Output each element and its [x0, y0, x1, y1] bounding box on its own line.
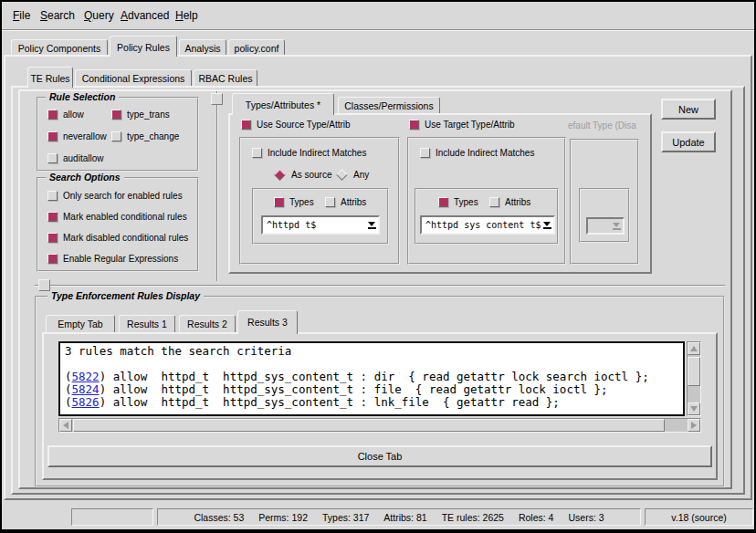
new-button[interactable]: New: [661, 99, 716, 120]
checkbox-target-attribs[interactable]: Attribs: [489, 197, 530, 207]
rule-id-wrap: 5826: [65, 395, 106, 409]
checkbox-only-enabled-rules[interactable]: Only search for enabled rules: [47, 191, 183, 201]
checkbox-indicator: [47, 212, 58, 222]
checkbox-use-target-type[interactable]: Use Target Type/Attrib: [409, 120, 515, 130]
tab-types-attributes[interactable]: Types/Attributes *: [232, 93, 334, 115]
scroll-left-icon[interactable]: [59, 419, 72, 432]
source-types-attribs-frame: Types Attribs ^httpd_t$: [252, 188, 389, 245]
menu-advanced[interactable]: Advanced: [121, 9, 169, 22]
checkbox-source-types[interactable]: Types: [274, 197, 314, 207]
checkbox-label: type_change: [127, 131, 179, 141]
tab-policy-rules[interactable]: Policy Rules: [110, 36, 177, 57]
scrollbar-thumb[interactable]: [73, 419, 665, 432]
chevron-down-icon[interactable]: [365, 222, 378, 229]
vertical-sash-handle[interactable]: [211, 93, 223, 105]
menu-search[interactable]: Search: [40, 9, 75, 22]
checkbox-indicator: [241, 120, 251, 130]
checkbox-allow[interactable]: allow: [47, 110, 84, 120]
horizontal-sash[interactable]: [35, 285, 725, 287]
checkbox-indicator: [47, 233, 58, 243]
checkbox-indicator: [274, 197, 284, 207]
default-type-frame: [570, 139, 639, 265]
checkbox-type-change[interactable]: type_change: [111, 131, 179, 141]
chevron-down-icon: [610, 223, 623, 230]
radio-label: Any: [353, 170, 369, 180]
stat-roles: Roles: 4: [519, 512, 554, 523]
results-horizontal-scrollbar[interactable]: [58, 418, 701, 433]
source-type-combobox[interactable]: ^httpd_t$: [261, 215, 380, 235]
tab-results-2[interactable]: Results 2: [179, 315, 236, 332]
search-options-group: Search Options Only search for enabled r…: [37, 177, 199, 272]
results-vertical-scrollbar[interactable]: [687, 341, 701, 416]
checkbox-indicator: [438, 197, 448, 207]
checkbox-label: Mark enabled conditional rules: [63, 212, 187, 222]
checkbox-indicator: [489, 197, 499, 207]
tab-empty-tab[interactable]: Empty Tab: [46, 315, 115, 332]
stat-perms: Perms: 192: [258, 512, 308, 523]
tab-results-1[interactable]: Results 1: [119, 315, 175, 332]
tab-te-rules[interactable]: TE Rules: [27, 67, 73, 88]
checkbox-label: allow: [63, 110, 84, 120]
tab-results-3[interactable]: Results 3: [237, 310, 298, 334]
default-type-inner-frame: [579, 188, 630, 243]
source-type-frame: Include Indirect Matches As source Any T…: [239, 137, 400, 265]
chevron-down-icon[interactable]: [541, 222, 553, 229]
vertical-sash[interactable]: [216, 91, 218, 281]
horizontal-sash-handle[interactable]: [38, 279, 50, 291]
rule-id-link[interactable]: 5822: [72, 370, 100, 383]
checkbox-target-types[interactable]: Types: [438, 197, 478, 207]
checkbox-use-source-type[interactable]: Use Source Type/Attrib: [241, 120, 351, 130]
checkbox-mark-disabled-conditional[interactable]: Mark disabled conditional rules: [47, 233, 188, 243]
scroll-up-icon[interactable]: [688, 342, 700, 355]
tab-analysis[interactable]: Analysis: [179, 39, 226, 55]
update-button[interactable]: Update: [661, 131, 716, 152]
rule-text: allow httpd_t httpd_sys_content_t : lnk_…: [106, 395, 560, 409]
checkbox-label: Mark disabled conditional rules: [63, 233, 188, 243]
checkbox-source-attribs[interactable]: Attribs: [325, 197, 366, 207]
scroll-down-icon[interactable]: [688, 402, 700, 415]
tab-policy-conf[interactable]: policy.conf: [228, 39, 285, 55]
checkbox-indicator: [47, 153, 58, 163]
tab-conditional-expressions[interactable]: Conditional Expressions: [75, 69, 192, 86]
rule-id-link[interactable]: 5824: [72, 382, 100, 396]
radio-indicator: [274, 169, 286, 181]
stat-attribs: Attribs: 81: [383, 512, 426, 523]
tab-policy-components[interactable]: Policy Components: [11, 39, 108, 55]
blank-line: [65, 358, 678, 371]
checkbox-enable-regex[interactable]: Enable Regular Expressions: [47, 254, 178, 264]
menu-query[interactable]: Query: [84, 9, 114, 22]
rule-selection-group: Rule Selection allow type_trans neverall…: [37, 97, 199, 172]
rule-text: allow httpd_t httpd_sys_content_t : dir …: [106, 370, 649, 383]
rule-id-link[interactable]: 5826: [72, 395, 100, 409]
target-type-combobox[interactable]: ^httpd_sys_content_t$: [420, 215, 555, 235]
scrollbar-thumb[interactable]: [688, 357, 700, 386]
status-empty-panel: [71, 508, 153, 526]
checkbox-neverallow[interactable]: neverallow: [47, 131, 107, 141]
stat-users: Users: 3: [568, 512, 604, 523]
stat-classes: Classes: 53: [194, 512, 244, 523]
checkbox-label: Only search for enabled rules: [63, 191, 183, 201]
stat-te-rules: TE rules: 2625: [442, 512, 504, 523]
checkbox-type-trans[interactable]: type_trans: [111, 110, 170, 120]
checkbox-label: Attribs: [341, 197, 366, 207]
menu-file[interactable]: File: [13, 9, 30, 22]
checkbox-target-include-indirect[interactable]: Include Indirect Matches: [420, 148, 534, 158]
tab-rbac-rules[interactable]: RBAC Rules: [194, 69, 257, 86]
radio-as-source[interactable]: As source: [274, 170, 331, 180]
radio-any[interactable]: Any: [336, 170, 369, 180]
menu-help[interactable]: Help: [175, 9, 198, 22]
scroll-right-icon[interactable]: [688, 419, 700, 432]
tab-classes-permissions[interactable]: Classes/Permissions: [338, 97, 440, 113]
checkbox-indicator: [47, 254, 58, 264]
checkbox-auditallow[interactable]: auditallow: [47, 153, 103, 163]
results-text-area[interactable]: 3 rules match the search criteria 5822 a…: [58, 341, 685, 416]
checkbox-label: Types: [454, 197, 478, 207]
checkbox-indicator: [252, 148, 262, 158]
checkbox-label: type_trans: [127, 110, 170, 120]
checkbox-source-include-indirect[interactable]: Include Indirect Matches: [252, 148, 366, 158]
checkbox-label: neverallow: [63, 131, 107, 141]
checkbox-mark-enabled-conditional[interactable]: Mark enabled conditional rules: [47, 212, 187, 222]
apol-window: File Search Query Advanced Help Policy C…: [0, 0, 756, 533]
menubar-separator: [2, 29, 754, 31]
close-tab-button[interactable]: Close Tab: [47, 445, 712, 467]
